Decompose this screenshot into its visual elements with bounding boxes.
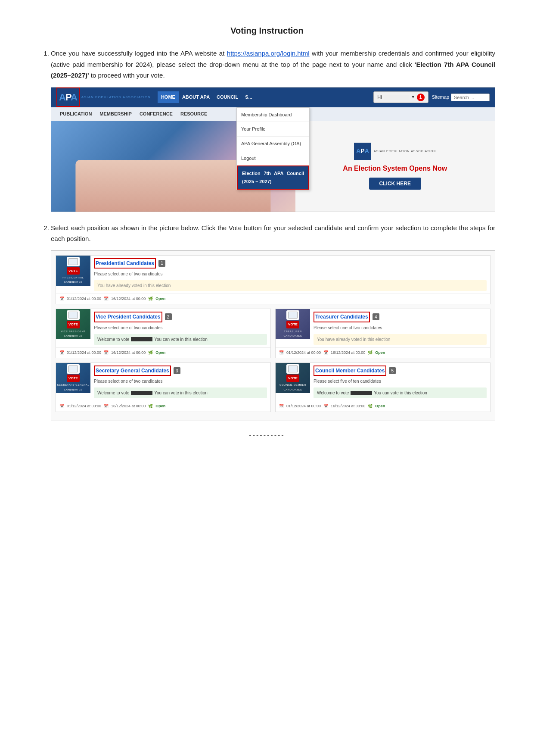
council-card-footer: 📅 01/12/2024 at 00:00 📅 16/12/2024 at 00…: [276, 401, 490, 411]
vp-name-redacted: [131, 337, 152, 341]
apa-org-name: ASIAN POPULATION ASSOCIATION: [81, 95, 151, 100]
vp-card-label: VICE PRESIDENT CANDIDATES: [56, 329, 90, 338]
dropdown-your-profile[interactable]: Your Profile: [237, 122, 309, 137]
assoc-img-icon: A P A: [354, 143, 371, 160]
presidential-title-row: Presidential Candidates 1: [94, 258, 487, 269]
vp-title-row: Vice President Candidates 2: [94, 312, 267, 322]
calendar-start-icon-3: 📅: [59, 403, 64, 409]
nav-membership[interactable]: MEMBERSHIP: [96, 108, 135, 120]
sitemap-link[interactable]: Sitemap: [432, 93, 449, 101]
council-name-redacted: [351, 391, 372, 395]
calendar-end-icon-3: 📅: [104, 403, 109, 409]
nav-publication[interactable]: PUBLICATION: [56, 108, 95, 120]
vp-card-footer: 📅 01/12/2024 at 00:00 📅 16/12/2024 at 00…: [56, 347, 270, 358]
vote-icon-1: [67, 257, 80, 266]
vp-date-start: 01/12/2024 at 00:00: [67, 350, 101, 356]
assoc-name-text: ASIAN POPULATION ASSOCIATION: [374, 149, 436, 154]
separator: ----------: [39, 431, 495, 439]
council-date-start: 01/12/2024 at 00:00: [286, 403, 321, 409]
vp-open-badge: Open: [155, 350, 165, 356]
secretary-council-row: VOTE SECRETARY GENERAL CANDIDATES Secret…: [56, 362, 491, 412]
council-can-vote-text: You can vote in this election: [374, 389, 427, 397]
instruction-item-2: Select each position as shown in the pic…: [51, 222, 495, 421]
calendar-start-icon-2: 📅: [59, 350, 64, 356]
treasurer-status: You have already voted in this election: [314, 334, 487, 345]
presidential-date-start: 01/12/2024 at 00:00: [67, 296, 101, 302]
treasurer-card-image: VOTE TREASURER CANDIDATES: [276, 309, 310, 339]
vote-icon-3: [67, 364, 80, 374]
election-system-title: An Election System Opens Now: [343, 162, 447, 174]
vp-welcome-text: Welcome to vote: [97, 336, 129, 343]
presidential-card-container: VOTE PRESIDENTIAL CANDIDATES Presidentia…: [56, 255, 491, 305]
apa-top-nav: APA ASIAN POPULATION ASSOCIATION HOME AB…: [51, 87, 495, 107]
click-here-button[interactable]: CLICK HERE: [369, 178, 421, 190]
vp-num-badge: 2: [165, 313, 172, 320]
dropdown-general-assembly[interactable]: APA General Assembly (GA): [237, 137, 309, 151]
apa-website-screenshot: APA ASIAN POPULATION ASSOCIATION HOME AB…: [51, 87, 495, 212]
vp-position-title: Vice President Candidates: [94, 312, 162, 322]
hi-dropdown[interactable]: Hi ▼ 1: [373, 91, 428, 103]
association-logo: A P A ASIAN POPULATION ASSOCIATION: [354, 143, 436, 160]
dropdown-membership-dashboard[interactable]: Membership Dashboard: [237, 108, 309, 122]
vote-badge-3: VOTE: [67, 375, 80, 382]
nav-council[interactable]: COUNCIL: [213, 91, 242, 103]
presidential-date-end: 16/12/2024 at 00:00: [111, 296, 146, 302]
secretary-date-end: 16/12/2024 at 00:00: [111, 403, 146, 409]
vp-status: Welcome to vote You can vote in this ele…: [94, 334, 267, 345]
calendar-end-icon-2: 📅: [104, 350, 109, 356]
user-dropdown-menu: Membership Dashboard Your Profile APA Ge…: [236, 107, 310, 190]
nav-about-apa[interactable]: ABOUT APA: [179, 91, 213, 103]
open-icon-5: 🌿: [368, 403, 373, 409]
apa-login-link[interactable]: https://asianpa.org/login.html: [227, 50, 310, 57]
council-num-badge: 5: [389, 367, 396, 374]
treasurer-card-content: Treasurer Candidates 4 Please select one…: [310, 309, 490, 347]
instruction1-text-before: Once you have successfully logged into t…: [51, 50, 227, 57]
instruction-item-1: Once you have successfully logged into t…: [51, 48, 495, 212]
chevron-down-icon: ▼: [411, 94, 415, 100]
vp-subtitle: Please select one of two candidates: [94, 324, 267, 331]
presidential-card-image: VOTE PRESIDENTIAL CANDIDATES: [56, 256, 90, 286]
vote-badge-5: VOTE: [286, 375, 299, 382]
secretary-card-label: SECRETARY GENERAL CANDIDATES: [56, 383, 90, 391]
notification-badge-1: 1: [417, 94, 425, 101]
treasurer-date-start: 01/12/2024 at 00:00: [286, 350, 321, 356]
election-positions-screenshot: VOTE PRESIDENTIAL CANDIDATES Presidentia…: [51, 250, 495, 421]
apa-website: APA ASIAN POPULATION ASSOCIATION HOME AB…: [51, 87, 495, 212]
presidential-card-label: PRESIDENTIAL CANDIDATES: [56, 275, 90, 284]
open-icon-2: 🌿: [148, 350, 153, 356]
open-icon-3: 🌿: [148, 403, 153, 409]
council-card-image: VOTE COUNCIL MEMBER CANDIDATES: [276, 363, 310, 393]
apa-logo: APA ASIAN POPULATION ASSOCIATION: [56, 87, 151, 107]
hi-label: Hi: [377, 93, 382, 101]
council-welcome-text: Welcome to vote: [317, 389, 349, 397]
calendar-end-icon-5: 📅: [323, 403, 328, 409]
page-title: Voting Instruction: [39, 26, 495, 36]
vp-treasurer-row: VOTE VICE PRESIDENT CANDIDATES Vice Pres…: [56, 309, 491, 358]
nav-resource[interactable]: RESOURCE: [177, 108, 211, 120]
secretary-subtitle: Please select one of two candidates: [94, 378, 267, 385]
secretary-num-badge: 3: [174, 367, 180, 374]
council-card-label: COUNCIL MEMBER CANDIDATES: [276, 383, 310, 391]
calendar-end-icon-1: 📅: [104, 296, 109, 302]
secretary-card-footer: 📅 01/12/2024 at 00:00 📅 16/12/2024 at 00…: [56, 401, 270, 411]
apa-nav-links: HOME ABOUT APA COUNCIL S...: [158, 91, 256, 103]
search-input[interactable]: [451, 94, 490, 101]
treasurer-card-header: VOTE TREASURER CANDIDATES Treasurer Cand…: [276, 309, 490, 347]
vote-icon-2: [67, 310, 80, 320]
treasurer-card-label: TREASURER CANDIDATES: [276, 329, 310, 338]
dropdown-election[interactable]: Election 7th APA Council (2025 – 2027): [237, 166, 309, 189]
treasurer-date-end: 16/12/2024 at 00:00: [331, 350, 365, 356]
calendar-start-icon-4: 📅: [279, 350, 284, 356]
secretary-card-content: Secretary General Candidates 3 Please se…: [90, 363, 270, 401]
secretary-name-redacted: [131, 391, 152, 395]
nav-home[interactable]: HOME: [158, 91, 179, 103]
open-icon-4: 🌿: [368, 350, 373, 356]
nav-conference[interactable]: CONFERENCE: [136, 108, 176, 120]
presidential-status: You have already voted in this election: [94, 280, 487, 291]
vp-card-content: Vice President Candidates 2 Please selec…: [90, 309, 270, 347]
nav-more[interactable]: S...: [242, 91, 256, 103]
apa-right-panel: 2 A P A ASIAN POPULATION ASSOCIATION An …: [295, 121, 495, 212]
council-date-end: 16/12/2024 at 00:00: [331, 403, 365, 409]
dropdown-logout[interactable]: Logout: [237, 151, 309, 166]
presidential-open-badge: Open: [155, 296, 165, 302]
